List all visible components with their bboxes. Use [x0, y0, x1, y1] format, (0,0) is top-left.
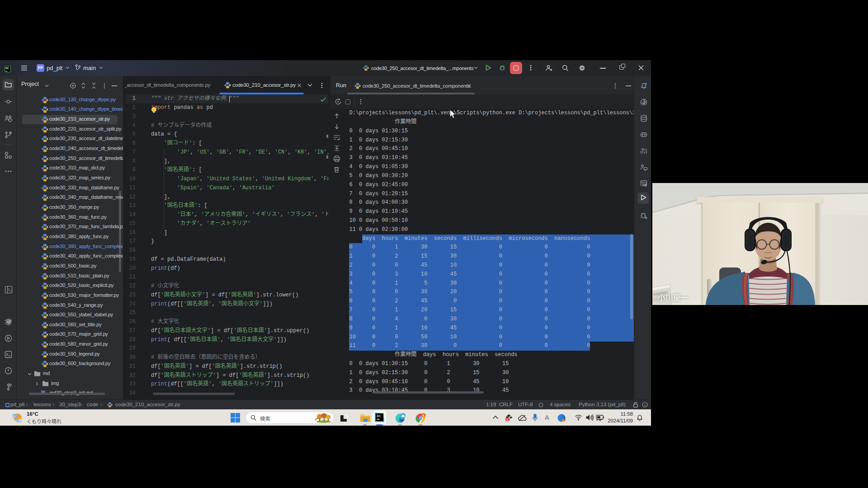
svg-text:PC: PC [377, 415, 381, 418]
svg-text:1: 1 [506, 418, 508, 421]
svg-text:k: k [423, 414, 425, 417]
